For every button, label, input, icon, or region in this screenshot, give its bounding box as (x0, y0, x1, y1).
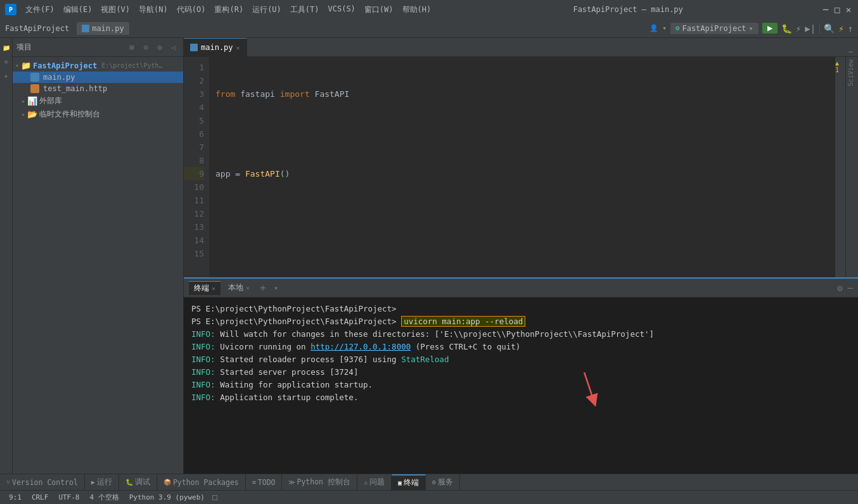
window-controls[interactable]: ─ □ ✕ (821, 5, 853, 14)
status-position[interactable]: 9:1 (5, 493, 25, 501)
terminal-dropdown-button[interactable]: ▾ (271, 284, 281, 293)
notification-icon[interactable]: ⚡ (838, 23, 843, 34)
red-arrow-svg (572, 372, 610, 410)
local-tab-close[interactable]: ✕ (246, 284, 250, 291)
tree-item-external-libs[interactable]: ▸ 📊 外部库 (13, 94, 183, 108)
bottom-tab-run[interactable]: ▶ 运行 (85, 474, 119, 490)
tree-collapse-button[interactable]: ◁ (168, 42, 179, 53)
tree-file-mainpy: main.py (43, 73, 75, 82)
toolbar-right: 👤 ▾ ⚙ FastApiProject ▾ ▶ 🐛 ⚡ ▶| 🔍 ⚡ ↑ (650, 23, 853, 34)
locate-file-button[interactable]: ⊙ (140, 42, 151, 53)
tree-item-scratch[interactable]: ▸ 📂 临时文件和控制台 (13, 108, 183, 121)
terminal-line-5: INFO: Started reloader process [9376] us… (191, 353, 850, 366)
terminal-settings-icon[interactable]: ⚙ (837, 283, 842, 293)
info-text-2b: (Press CTRL+C to quit) (416, 342, 521, 351)
status-line-ending[interactable]: CRLF (28, 493, 53, 501)
run-with-coverage-icon[interactable]: ⚡ (796, 23, 801, 34)
line-numbers: 1 2 3 4 5 6 7 8 9 10 11 12 13 14 15 (184, 57, 209, 277)
terminal-content[interactable]: PS E:\project\PythonProject\FastApiProje… (184, 298, 858, 474)
status-encoding[interactable]: UTF-8 (54, 493, 83, 501)
menu-help[interactable]: 帮助(H) (399, 3, 435, 16)
collapse-all-button[interactable]: ⊞ (126, 42, 138, 53)
maximize-button[interactable]: □ (833, 5, 842, 14)
debug-icon[interactable]: 🐛 (781, 23, 792, 34)
vc-icon: ⑂ (6, 479, 10, 486)
terminal-tab-local[interactable]: 本地 ✕ (223, 281, 255, 294)
server-url-link[interactable]: http://127.0.0.1:8000 (311, 342, 411, 351)
updates-icon[interactable]: ↑ (848, 23, 853, 34)
tree-label: 项目 (16, 42, 124, 53)
bottom-tab-todo[interactable]: ≡ TODO (246, 474, 283, 490)
project-tree: 项目 ⊞ ⊙ ⚙ ◁ ▾ 📁 FastApiProject E:\project… (13, 38, 184, 474)
terminal-line-1: PS E:\project\PythonProject\FastApiProje… (191, 303, 850, 315)
sci-view-label[interactable]: SciView (846, 57, 858, 89)
tree-root[interactable]: ▾ 📁 FastApiProject E:\project\PythonPro.… (13, 60, 183, 72)
menu-view[interactable]: 视图(V) (97, 3, 134, 16)
terminal-tab-label: 终端 (194, 283, 209, 294)
ps-prompt-2: PS E:\project\PythonProject\FastApiProje… (191, 317, 397, 326)
menu-file[interactable]: 文件(F) (22, 3, 58, 16)
menu-navigate[interactable]: 导航(N) (135, 3, 172, 16)
bookmark-icon[interactable]: ★ (1, 70, 12, 81)
menu-code[interactable]: 代码(O) (173, 3, 210, 16)
info-text-1: Will watch for changes in these director… (220, 329, 654, 339)
run-icon: ▶ (91, 479, 95, 486)
tab-close-icon[interactable]: ✕ (236, 44, 240, 51)
menu-tools[interactable]: 工具(T) (286, 3, 323, 16)
bottom-tab-python-packages[interactable]: 📦 Python Packages (157, 474, 246, 490)
code-content[interactable]: from fastapi import FastAPI app = FastAP… (209, 57, 835, 277)
menu-edit[interactable]: 编辑(E) (60, 3, 96, 16)
pkg-icon: 📦 (163, 479, 171, 486)
run-button[interactable]: ▶ (762, 23, 778, 34)
menu-bar[interactable]: 文件(F) 编辑(E) 视图(V) 导航(N) 代码(O) 重构(R) 运行(U… (22, 3, 435, 16)
run-configuration[interactable]: ⚙ FastApiProject ▾ (670, 23, 759, 34)
structure-icon[interactable]: ≡ (1, 56, 12, 67)
lock-icon (212, 495, 217, 500)
bottom-tab-version-control[interactable]: ⑂ Version Control (0, 474, 85, 490)
status-indent[interactable]: 4 个空格 (86, 493, 123, 502)
menu-run[interactable]: 运行(U) (248, 3, 285, 16)
terminal-line-3: INFO: Will watch for changes in these di… (191, 328, 850, 341)
minimize-button[interactable]: ─ (821, 5, 830, 14)
tree-item-mainpy[interactable]: main.py (13, 72, 183, 83)
editor-area: main.py ✕ ⋯ 1 2 3 4 5 6 7 8 9 1 (184, 38, 858, 474)
status-interpreter[interactable]: Python 3.9 (pyweb) (125, 493, 208, 501)
bottom-tab-terminal[interactable]: ▣ 终端 (392, 474, 426, 490)
run-options-icon[interactable]: ▶| (805, 23, 816, 34)
close-button[interactable]: ✕ (844, 5, 853, 14)
run-config-icon: ⚙ (676, 24, 680, 32)
tab-label-mainpy: main.py (201, 43, 233, 52)
terminal-minimize-icon[interactable]: ─ (848, 283, 853, 293)
tab-more-icon[interactable]: ⋯ (843, 47, 858, 56)
menu-refactor[interactable]: 重构(R) (210, 3, 247, 16)
todo-label: TODO (258, 478, 276, 487)
bottom-tab-python-console[interactable]: ≫ Python 控制台 (282, 474, 357, 490)
separator (819, 23, 820, 34)
terminal-tab-main[interactable]: 终端 ✕ (189, 281, 221, 295)
terminal-tab-close[interactable]: ✕ (212, 285, 215, 292)
search-everywhere-icon[interactable]: 🔍 (824, 23, 835, 34)
user-icon[interactable]: 👤 ▾ (650, 24, 667, 32)
menu-window[interactable]: 窗口(W) (361, 3, 397, 16)
add-terminal-button[interactable]: + (257, 282, 269, 294)
main-area: 📁 ≡ ★ 项目 ⊞ ⊙ ⚙ ◁ ▾ 📁 FastApiProject E:\p… (0, 38, 858, 474)
terminal-line-2: PS E:\project\PythonProject\FastApiProje… (191, 315, 850, 328)
tree-settings-button[interactable]: ⚙ (154, 42, 165, 53)
app-logo: P (5, 4, 16, 15)
tree-item-testhttpy[interactable]: test_main.http (13, 83, 183, 94)
bottom-tab-services[interactable]: ⚙ 服务 (426, 474, 460, 490)
bottom-tab-problems[interactable]: ⚠ 问题 (357, 474, 392, 490)
code-editor[interactable]: 1 2 3 4 5 6 7 8 9 10 11 12 13 14 15 (184, 57, 835, 277)
bottom-tab-debug[interactable]: 🐛 调试 (119, 474, 157, 490)
info-label-2: INFO: (191, 342, 215, 351)
info-text-3: Started reloader process [9376] using (220, 355, 401, 364)
line-num-14: 14 (184, 234, 204, 247)
code-line-5 (215, 247, 829, 260)
editor-tab-mainpy[interactable]: main.py ✕ (184, 38, 247, 56)
info-text-4: Started server process [3724] (220, 367, 358, 377)
project-icon[interactable]: 📁 (1, 42, 12, 53)
warning-indicator: ▲ 1 (835, 60, 844, 73)
line-num-13: 13 (184, 220, 204, 234)
menu-vcs[interactable]: VCS(S) (324, 3, 359, 16)
problems-label: 问题 (369, 477, 385, 487)
